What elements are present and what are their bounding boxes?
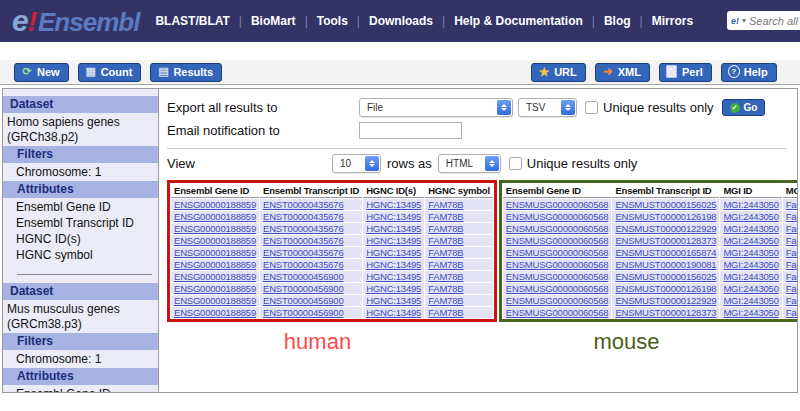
result-link[interactable]: ENSG00000188859 (174, 307, 256, 318)
result-link[interactable]: ENST00000435676 (263, 211, 343, 222)
result-link[interactable]: HGNC:13495 (366, 235, 421, 246)
result-link[interactable]: FAM78B (428, 295, 463, 306)
result-link[interactable]: ENST00000456900 (263, 271, 343, 282)
sidebar-section-dataset-human[interactable]: Dataset (3, 96, 158, 113)
result-link[interactable]: HGNC:13495 (366, 283, 421, 294)
result-link[interactable]: ENSG00000188859 (174, 199, 256, 210)
result-link[interactable]: FAM78B (428, 271, 463, 282)
result-link[interactable]: ENSMUST00000165874 (615, 247, 716, 258)
result-link[interactable]: ENSMUSG00000060568 (506, 271, 609, 282)
result-link[interactable]: HGNC:13495 (366, 211, 421, 222)
result-link[interactable]: ENST00000435676 (263, 235, 343, 246)
result-link[interactable]: HGNC:13495 (366, 199, 421, 210)
result-link[interactable]: ENSG00000188859 (174, 271, 256, 282)
nav-item-blog[interactable]: Blog (604, 14, 631, 28)
export-format-select[interactable]: File (359, 98, 513, 117)
result-link[interactable]: ENSG00000188859 (174, 259, 256, 270)
result-link[interactable]: ENSG00000188859 (174, 235, 256, 246)
result-link[interactable]: Fam78b (786, 235, 797, 246)
sidebar-section-dataset-mouse[interactable]: Dataset (3, 283, 158, 300)
xml-button[interactable]: ➔ XML (595, 63, 650, 82)
result-link[interactable]: FAM78B (428, 259, 463, 270)
result-link[interactable]: ENSMUST00000190081 (615, 259, 716, 270)
result-link[interactable]: FAM78B (428, 211, 463, 222)
result-link[interactable]: ENSG00000188859 (174, 211, 256, 222)
species-search-box[interactable]: e! ▾ Search all spec (727, 11, 800, 30)
result-link[interactable]: FAM78B (428, 199, 463, 210)
result-link[interactable]: ENSMUSG00000060568 (506, 283, 609, 294)
count-button[interactable]: ▦ Count (78, 63, 142, 82)
email-input[interactable] (359, 122, 462, 139)
result-link[interactable]: HGNC:13495 (366, 223, 421, 234)
result-link[interactable]: ENSMUSG00000060568 (506, 211, 609, 222)
sidebar-section-filters-mouse[interactable]: Filters (3, 333, 158, 350)
result-link[interactable]: Fam78b (786, 259, 797, 270)
result-link[interactable]: ENSMUST00000122929 (615, 295, 716, 306)
nav-item-downloads[interactable]: Downloads (369, 14, 433, 28)
result-link[interactable]: ENSMUSG00000060568 (506, 247, 609, 258)
help-button[interactable]: ? Help (721, 63, 777, 82)
result-link[interactable]: MGI:2443050 (723, 223, 778, 234)
result-link[interactable]: ENSMUSG00000060568 (506, 235, 609, 246)
result-link[interactable]: ENSMUST00000156025 (615, 271, 716, 282)
result-link[interactable]: MGI:2443050 (723, 247, 778, 258)
rows-format-select[interactable]: HTML (438, 154, 501, 173)
result-link[interactable]: ENSG00000188859 (174, 247, 256, 258)
result-link[interactable]: ENSMUST00000126198 (615, 211, 716, 222)
result-link[interactable]: Fam78b (786, 283, 797, 294)
result-link[interactable]: MGI:2443050 (723, 259, 778, 270)
result-link[interactable]: ENSMUST00000156025 (615, 199, 716, 210)
result-link[interactable]: Fam78b (786, 247, 797, 258)
result-link[interactable]: ENST00000456900 (263, 283, 343, 294)
result-link[interactable]: HGNC:13495 (366, 247, 421, 258)
ensembl-logo[interactable]: e ! Ensembl (12, 4, 139, 38)
result-link[interactable]: Fam78b (786, 295, 797, 306)
result-link[interactable]: ENST00000435676 (263, 223, 343, 234)
chevron-down-icon[interactable]: ▾ (742, 16, 746, 25)
search-placeholder[interactable]: Search all spec (749, 15, 800, 27)
nav-item-tools[interactable]: Tools (317, 14, 348, 28)
result-link[interactable]: ENSG00000188859 (174, 283, 256, 294)
go-button[interactable]: ✓ Go (722, 99, 766, 116)
nav-item-biomart[interactable]: BioMart (251, 14, 296, 28)
result-link[interactable]: ENSG00000188859 (174, 295, 256, 306)
result-link[interactable]: HGNC:13495 (366, 271, 421, 282)
nav-item-mirrors[interactable]: Mirrors (652, 14, 693, 28)
perl-button[interactable]: Perl (659, 63, 712, 82)
result-link[interactable]: Fam78b (786, 223, 797, 234)
rows-count-select[interactable]: 10 (332, 154, 381, 173)
nav-item-blast-blat[interactable]: BLAST/BLAT (155, 14, 229, 28)
result-link[interactable]: ENSMUST00000126198 (615, 283, 716, 294)
result-link[interactable]: MGI:2443050 (723, 283, 778, 294)
result-link[interactable]: HGNC:13495 (366, 295, 421, 306)
result-link[interactable]: ENST00000435676 (263, 199, 343, 210)
result-link[interactable]: ENST00000456900 (263, 295, 343, 306)
sidebar-section-filters-human[interactable]: Filters (3, 146, 158, 163)
result-link[interactable]: MGI:2443050 (723, 271, 778, 282)
result-link[interactable]: ENSMUSG00000060568 (506, 199, 609, 210)
result-link[interactable]: ENSMUSG00000060568 (506, 223, 609, 234)
result-link[interactable]: Fam78b (786, 307, 797, 318)
result-link[interactable]: FAM78B (428, 283, 463, 294)
result-link[interactable]: ENST00000456900 (263, 307, 343, 318)
result-link[interactable]: HGNC:13495 (366, 259, 421, 270)
result-link[interactable]: ENSMUSG00000060568 (506, 259, 609, 270)
result-link[interactable]: ENSMUST00000128373 (615, 235, 716, 246)
result-link[interactable]: MGI:2443050 (723, 235, 778, 246)
result-link[interactable]: ENSG00000188859 (174, 223, 256, 234)
result-link[interactable]: ENSMUST00000122929 (615, 223, 716, 234)
result-link[interactable]: ENSMUST00000128373 (615, 307, 716, 318)
result-link[interactable]: ENSMUSG00000060568 (506, 295, 609, 306)
sidebar-section-attributes-human[interactable]: Attributes (3, 181, 158, 198)
result-link[interactable]: HGNC:13495 (366, 307, 421, 318)
nav-item-help-documentation[interactable]: Help & Documentation (454, 14, 583, 28)
new-button[interactable]: ⟳ New (14, 63, 69, 82)
result-link[interactable]: FAM78B (428, 235, 463, 246)
view-unique-checkbox[interactable] (509, 157, 522, 170)
result-link[interactable]: ENST00000435676 (263, 247, 343, 258)
result-link[interactable]: Fam78b (786, 199, 797, 210)
result-link[interactable]: MGI:2443050 (723, 307, 778, 318)
result-link[interactable]: ENST00000435676 (263, 259, 343, 270)
result-link[interactable]: Fam78b (786, 271, 797, 282)
result-link[interactable]: FAM78B (428, 307, 463, 318)
